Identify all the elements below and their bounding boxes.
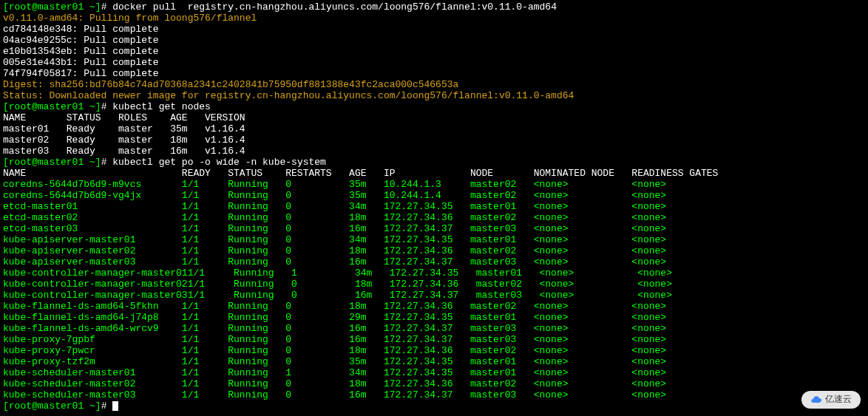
node-row: master02 Ready master 18m v1.16.4 — [3, 134, 865, 146]
prompt-host: [root@master01 ~] — [3, 1, 101, 13]
cmd-line-get-nodes: [root@master01 ~]# kubectl get nodes — [3, 101, 865, 112]
pod-row: coredns-5644d7b6d9-vg4jx 1/1 Running 0 3… — [3, 190, 865, 201]
watermark-badge: 亿速云 — [801, 391, 861, 409]
watermark-text: 亿速云 — [825, 395, 852, 406]
pod-row: kube-flannel-ds-amd64-5fkhn 1/1 Running … — [3, 301, 865, 312]
command-text: kubectl get po -o wide -n kube-system — [112, 157, 326, 168]
pull-layer: 04ac94e9255c: Pull complete — [3, 35, 865, 46]
pod-row: kube-scheduler-master02 1/1 Running 0 18… — [3, 378, 865, 389]
pod-row: kube-apiserver-master03 1/1 Running 0 16… — [3, 256, 865, 267]
cmd-line-get-po: [root@master01 ~]# kubectl get po -o wid… — [3, 157, 865, 168]
node-row: master03 Ready master 16m v1.16.4 — [3, 146, 865, 157]
cmd-line-docker-pull: [root@master01 ~]# docker pull registry.… — [3, 1, 865, 13]
cursor-icon — [112, 401, 118, 411]
pods-list: coredns-5644d7b6d9-m9vcs 1/1 Running 0 3… — [3, 179, 865, 400]
prompt-symbol: # — [101, 157, 113, 168]
pull-layer: e10b013543eb: Pull complete — [3, 46, 865, 57]
pod-row: etcd-master01 1/1 Running 0 34m 172.27.3… — [3, 201, 865, 212]
prompt-symbol: # — [101, 101, 113, 112]
pod-row: etcd-master02 1/1 Running 0 18m 172.27.3… — [3, 212, 865, 223]
pull-layer: 74f794f05817: Pull complete — [3, 68, 865, 79]
prompt-symbol: # — [101, 400, 113, 412]
terminal[interactable]: [root@master01 ~]# docker pull registry.… — [3, 1, 865, 412]
pod-row: coredns-5644d7b6d9-m9vcs 1/1 Running 0 3… — [3, 179, 865, 190]
pod-row: kube-scheduler-master01 1/1 Running 1 34… — [3, 367, 865, 378]
prompt-symbol: # — [101, 1, 113, 13]
pod-row: kube-apiserver-master02 1/1 Running 0 18… — [3, 245, 865, 256]
pull-layer: cd784148e348: Pull complete — [3, 24, 865, 35]
prompt-host: [root@master01 ~] — [3, 400, 101, 412]
nodes-header: NAME STATUS ROLES AGE VERSION — [3, 112, 865, 123]
command-text: docker pull registry.cn-hangzhou.aliyunc… — [112, 1, 557, 13]
pull-digest: Digest: sha256:bd76b84c74ad70368a2341c24… — [3, 79, 865, 90]
pod-row: kube-flannel-ds-amd64-wrcv9 1/1 Running … — [3, 323, 865, 334]
prompt-host: [root@master01 ~] — [3, 101, 101, 112]
pod-row: kube-scheduler-master03 1/1 Running 0 16… — [3, 389, 865, 400]
prompt-host: [root@master01 ~] — [3, 157, 101, 168]
pod-row: kube-apiserver-master01 1/1 Running 0 34… — [3, 234, 865, 245]
command-text: kubectl get nodes — [112, 101, 211, 112]
pod-row: kube-controller-manager-master031/1 Runn… — [3, 290, 865, 301]
pods-header: NAME READY STATUS RESTARTS AGE IP NODE N… — [3, 168, 865, 179]
pull-pulling-line: v0.11.0-amd64: Pulling from loong576/fla… — [3, 13, 865, 24]
pull-layer: 005e31e443b1: Pull complete — [3, 57, 865, 68]
pod-row: kube-flannel-ds-amd64-j74p8 1/1 Running … — [3, 312, 865, 323]
pod-row: etcd-master03 1/1 Running 0 16m 172.27.3… — [3, 223, 865, 234]
cloud-icon — [810, 394, 822, 406]
pod-row: kube-controller-manager-master021/1 Runn… — [3, 279, 865, 290]
pull-status: Status: Downloaded newer image for regis… — [3, 90, 865, 101]
pod-row: kube-proxy-7pwcr 1/1 Running 0 18m 172.2… — [3, 345, 865, 356]
node-row: master01 Ready master 35m v1.16.4 — [3, 123, 865, 134]
pod-row: kube-controller-manager-master011/1 Runn… — [3, 267, 865, 279]
cmd-line-empty[interactable]: [root@master01 ~]# — [3, 400, 865, 412]
pod-row: kube-proxy-7gpbf 1/1 Running 0 16m 172.2… — [3, 334, 865, 345]
pod-row: kube-proxy-tzf2m 1/1 Running 0 35m 172.2… — [3, 356, 865, 367]
